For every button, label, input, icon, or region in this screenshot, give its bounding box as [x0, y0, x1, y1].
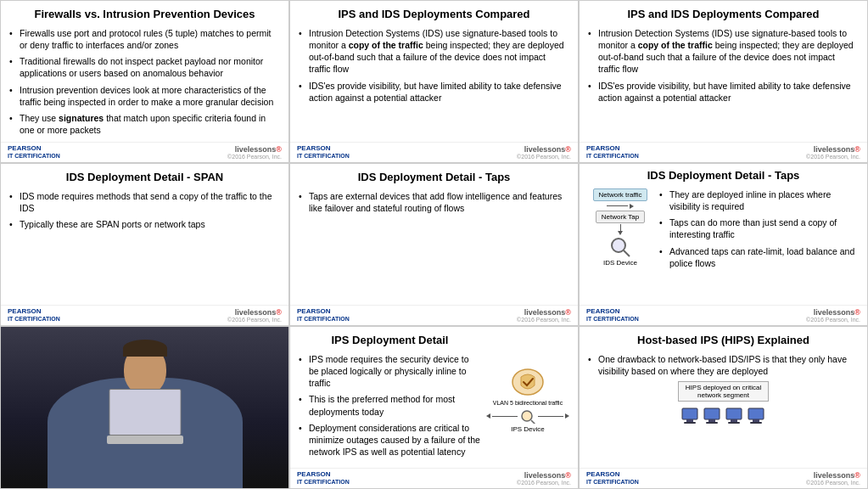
bullet-1-4: They use signatures that match upon spec…: [9, 112, 280, 136]
svg-rect-14: [748, 408, 764, 419]
bullet-2-1: Intrusion Detection Systems (IDS) use si…: [299, 27, 569, 76]
vlan-label: VLAN 5 bidirectional traffic: [493, 400, 563, 406]
svg-rect-8: [704, 408, 720, 419]
cell-1-footer: PEARSON IT CERTIFICATION livelessons® ©2…: [1, 142, 288, 162]
cell-4-title: IDS Deployment Detail - SPAN: [9, 171, 280, 185]
svg-rect-12: [731, 419, 737, 422]
laptop-base: [107, 436, 183, 444]
cell-ids-taps-1: IDS Deployment Detail - Taps Taps are ex…: [289, 163, 579, 326]
computer-icon-2: [703, 408, 722, 426]
livelessons-8: livelessons® ©2016 Pearson, Inc.: [517, 471, 571, 486]
cell-3-bullets: Intrusion Detection Systems (IDS) use si…: [588, 27, 859, 104]
cell-4-footer: PEARSON IT CERTIFICATION livelessons® ©2…: [1, 305, 288, 325]
svg-point-3: [522, 411, 532, 421]
pearson-logo-8: PEARSON IT CERTIFICATION: [297, 471, 350, 485]
ids-device-label: IDS Device: [603, 259, 637, 267]
bullet-3-2: IDS'es provide visibility, but have limi…: [588, 80, 859, 104]
presenter-bg: [1, 327, 288, 488]
computer-1: [681, 408, 700, 428]
cell-5-bullets: Taps are external devices that add flow …: [299, 190, 569, 214]
cell-5-title: IDS Deployment Detail - Taps: [299, 171, 569, 185]
cell-8-footer: PEARSON IT CERTIFICATION livelessons® ©2…: [290, 468, 578, 488]
svg-rect-16: [750, 422, 762, 424]
ips-arrows: [486, 408, 569, 424]
cell-ids-span: IDS Deployment Detail - SPAN IDS mode re…: [0, 163, 289, 326]
computer-icons: [681, 408, 766, 428]
cell-9-title: Host-based IPS (HIPS) Explained: [588, 334, 859, 348]
svg-line-4: [531, 420, 535, 424]
bullet-4-2: Typically these are SPAN ports or networ…: [9, 218, 280, 230]
bullet-6-1: They are deployed inline in places where…: [659, 188, 860, 212]
person-hair: [123, 340, 167, 357]
cell-hips: Host-based IPS (HIPS) Explained One draw…: [579, 326, 868, 489]
livelessons-4: livelessons® ©2016 Pearson, Inc.: [227, 308, 282, 323]
svg-point-0: [612, 239, 625, 252]
livelessons-6: livelessons® ©2016 Pearson, Inc.: [806, 308, 860, 323]
taps-right-bullets: They are deployed inline in places where…: [659, 188, 860, 273]
ids-device-icon: [608, 235, 632, 259]
cell-ips-ids-2: IPS and IDS Deployments Compared Intrusi…: [579, 0, 868, 163]
ips-diagram-section: VLAN 5 bidirectional traffic IPS Device: [486, 334, 569, 464]
svg-rect-7: [684, 422, 696, 424]
livelessons-5: livelessons® ©2016 Pearson, Inc.: [517, 308, 571, 323]
computer-2: [703, 408, 722, 428]
ips-device-label: IPS Device: [511, 425, 545, 433]
computer-icon-3: [725, 408, 744, 426]
person-figure: [1, 327, 288, 488]
bullet-4-1: IDS mode requires methods that send a co…: [9, 190, 280, 214]
bullet-8-2: This is the preferred method for most de…: [299, 393, 481, 417]
svg-rect-6: [686, 419, 693, 422]
pearson-logo-1: PEARSON IT CERTIFICATION: [8, 145, 60, 159]
cell-1-title: Firewalls vs. Intrusion Prevention Devic…: [9, 8, 280, 22]
cell-2-footer: PEARSON IT CERTIFICATION livelessons® ©2…: [290, 142, 578, 162]
taps-diagram: Network traffic Network Tap: [586, 188, 654, 267]
bullet-1-2: Traditional firewalls do not inspect pac…: [9, 55, 280, 79]
bullet-6-2: Taps can do more than just send a copy o…: [659, 216, 860, 240]
cell-9-footer: PEARSON IT CERTIFICATION livelessons® ©2…: [580, 468, 867, 488]
pearson-logo-5: PEARSON IT CERTIFICATION: [297, 308, 350, 322]
svg-rect-9: [708, 419, 715, 422]
laptop-screen: [109, 389, 181, 436]
cell-6-footer: PEARSON IT CERTIFICATION livelessons® ©2…: [580, 305, 867, 325]
cell-3-title: IPS and IDS Deployments Compared: [588, 8, 859, 22]
pearson-logo-2: PEARSON IT CERTIFICATION: [297, 145, 350, 159]
bullet-2-2: IDS'es provide visibility, but have limi…: [299, 80, 569, 104]
cell-ids-taps-2: IDS Deployment Detail - Taps Network tra…: [579, 163, 868, 326]
bullet-6-3: Advanced taps can rate-limit, load balan…: [659, 245, 860, 269]
bullet-1-3: Intrusion prevention devices look at mor…: [9, 84, 280, 108]
svg-rect-10: [706, 422, 718, 424]
cell-ips-ids-1: IPS and IDS Deployments Compared Intrusi…: [289, 0, 579, 163]
pearson-logo-6: PEARSON IT CERTIFICATION: [586, 308, 639, 322]
main-grid: Firewalls vs. Intrusion Prevention Devic…: [0, 0, 868, 489]
bullet-8-3: Deployment considerations are critical t…: [299, 422, 481, 458]
ips-bullets-section: IPS Deployment Detail IPS mode requires …: [299, 334, 481, 464]
cell-4-bullets: IDS mode requires methods that send a co…: [9, 190, 280, 231]
svg-line-1: [624, 250, 630, 256]
svg-rect-15: [753, 419, 759, 422]
network-traffic-box: Network traffic: [593, 188, 648, 201]
svg-rect-5: [682, 408, 697, 419]
ips-magnifier: [519, 408, 536, 424]
computer-icon-1: [681, 408, 700, 426]
bullet-9-1: One drawback to network-based IDS/IPS is…: [588, 353, 859, 377]
livelessons-1: livelessons® ©2016 Pearson, Inc.: [227, 145, 282, 160]
network-tap-box: Network Tap: [596, 211, 645, 223]
pearson-logo-4: PEARSON IT CERTIFICATION: [8, 308, 60, 322]
bullet-8-1: IPS mode requires the security device to…: [299, 353, 481, 390]
bullet-1-1: Firewalls use port and protocol rules (5…: [9, 27, 280, 51]
livelessons-2: livelessons® ©2016 Pearson, Inc.: [517, 145, 571, 160]
cell-ips-deployment: IPS Deployment Detail IPS mode requires …: [289, 326, 579, 489]
cell-8-title: IPS Deployment Detail: [299, 334, 481, 348]
cell-presenter: [0, 326, 289, 489]
cell-3-footer: PEARSON IT CERTIFICATION livelessons® ©2…: [580, 142, 867, 162]
cell-firewalls: Firewalls vs. Intrusion Prevention Devic…: [0, 0, 289, 163]
cell-1-bullets: Firewalls use port and protocol rules (5…: [9, 27, 280, 136]
cell-8-bullets: IPS mode requires the security device to…: [299, 353, 481, 458]
svg-rect-13: [728, 422, 740, 424]
hips-label: HIPS deployed on criticalnetwork segment: [678, 381, 769, 402]
taps-diagram-area: Network traffic Network Tap: [586, 188, 860, 273]
hips-diagram: HIPS deployed on criticalnetwork segment: [588, 381, 859, 428]
livelessons-9: livelessons® ©2016 Pearson, Inc.: [806, 471, 860, 486]
cell-9-bullets: One drawback to network-based IDS/IPS is…: [588, 353, 859, 377]
cell-6-title: IDS Deployment Detail - Taps: [586, 169, 860, 183]
